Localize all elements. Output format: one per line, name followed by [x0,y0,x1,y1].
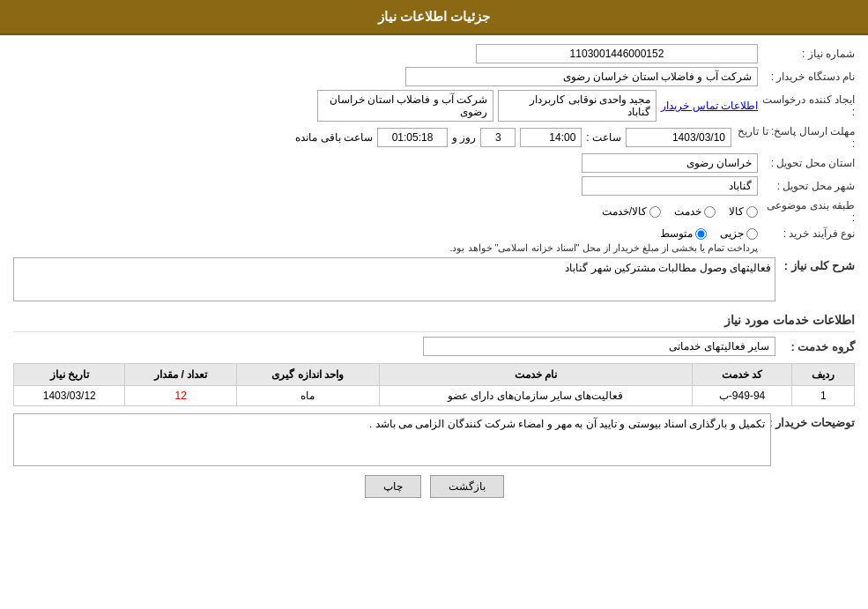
nam-dastgah-value: شرکت آب و فاضلاب استان خراسان رضوی [405,67,758,86]
nam-dastgah-value-container: شرکت آب و فاضلاب استان خراسان رضوی [13,67,758,86]
table-row: 1 949-94-ب فعالیت‌های سایر سازمان‌های دا… [14,386,855,406]
noe-farayand-row: نوع فرآیند خرید : جزیی متوسط پرداخت تمام… [13,227,855,254]
col-nam: نام خدمت [379,364,692,386]
noe-farayand-radio-group: جزیی متوسط [13,227,758,240]
noe-farayand-jozii-item: جزیی [720,227,758,240]
cell-nam: فعالیت‌های سایر سازمان‌های دارای عضو [379,386,692,406]
sharh-niaz-label: شرح کلی نیاز : [775,257,855,272]
khedamat-section-title: اطلاعات خدمات مورد نیاز [13,308,855,332]
tabaqe-khedmat-label: خدمت [674,205,701,218]
tabaqe-kala-khedmat-radio[interactable] [649,206,661,218]
shomare-niaz-row: شماره نیاز : 1103001446000152 [13,44,855,63]
ijad-konande-value-container: اطلاعات تماس خریدار مجید واحدی نوقابی کا… [13,90,758,122]
main-content: شماره نیاز : 1103001446000152 نام دستگاه… [0,35,868,516]
sharh-niaz-row: شرح کلی نیاز : فعالیتهای وصول مطالبات مش… [13,257,855,301]
page-container: جزئیات اطلاعات نیاز شماره نیاز : 1103001… [0,0,868,609]
cell-tarikh: 1403/03/12 [14,386,125,406]
col-radif: ردیف [792,364,855,386]
shomare-niaz-value-container: 1103001446000152 [13,44,758,63]
description-container: تکمیل و بارگذاری اسناد بیوستی و تایید آن… [13,413,771,466]
noe-farayand-note: پرداخت تمام یا بخشی از مبلغ خریدار از مح… [13,242,758,254]
col-tedad: تعداد / مقدار [125,364,236,386]
ijad-konande-org: شرکت آب و فاضلاب استان خراسان رضوی [317,90,493,122]
group-khedamat-label: گروه خدمت : [775,340,855,353]
shahr-row: شهر محل تحویل : گناباد [13,176,855,196]
col-kod: کد خدمت [692,364,792,386]
noe-farayand-jozii-label: جزیی [720,227,744,240]
page-title: جزئیات اطلاعات نیاز [378,9,490,24]
sharh-niaz-value: فعالیتهای وصول مطالبات مشترکین شهر گنابا… [13,257,775,301]
cell-radif: 1 [792,386,855,406]
tabaqe-radio-group: کالا خدمت کالا/خدمت [13,205,758,218]
ostan-row: استان محل تحویل : خراسان رضوی [13,153,855,173]
description-row: توضیحات خریدار : تکمیل و بارگذاری اسناد … [13,413,855,466]
shomare-niaz-value: 1103001446000152 [476,44,758,63]
col-vahed: واحد اندازه گیری [236,364,379,386]
tabaqe-khedmat-radio[interactable] [704,206,716,218]
tabaqe-kala-radio[interactable] [746,206,758,218]
col-tarikh: تاریخ نیاز [14,364,125,386]
tabaqe-kala-label: کالا [729,205,744,218]
mohlat-value-container: 1403/03/10 ساعت : 14:00 3 روز و 01:05:18… [13,128,731,147]
noe-farayand-motavasset-label: متوسط [660,227,693,240]
ostan-value-container: خراسان رضوی [13,153,758,173]
ijad-konande-row: ایجاد کننده درخواست : اطلاعات تماس خریدا… [13,90,855,122]
nam-dastgah-row: نام دستگاه خریدار : شرکت آب و فاضلاب است… [13,67,855,86]
mohlat-remaining-value: 01:05:18 [377,128,448,147]
shahr-value: گناباد [582,176,758,196]
services-table: ردیف کد خدمت نام خدمت واحد اندازه گیری ت… [13,363,855,406]
tabaqe-kala-khedmat-label: کالا/خدمت [602,205,647,218]
mohlat-date: 1403/03/10 [626,128,731,147]
ostan-value: خراسان رضوی [582,153,758,173]
cell-kod: 949-94-ب [692,386,792,406]
back-button[interactable]: بازگشت [430,475,504,498]
button-row: بازگشت چاپ [13,475,855,498]
mohlat-label: مهلت ارسال پاسخ: تا تاریخ : [731,125,855,150]
tabaqe-label: طبقه بندی موضوعی : [758,199,855,224]
ijad-konande-label: ایجاد کننده درخواست : [758,93,855,118]
tabaqe-kala-khedmat-item: کالا/خدمت [602,205,661,218]
noe-farayand-motavasset-item: متوسط [660,227,707,240]
noe-farayand-value-container: جزیی متوسط پرداخت تمام یا بخشی از مبلغ خ… [13,227,758,254]
nam-dastgah-label: نام دستگاه خریدار : [758,71,855,83]
noe-farayand-motavasset-radio[interactable] [695,228,707,240]
shahr-value-container: گناباد [13,176,758,196]
noe-farayand-label: نوع فرآیند خرید : [758,227,855,240]
ostan-label: استان محل تحویل : [758,157,855,169]
mohlat-row: مهلت ارسال پاسخ: تا تاریخ : 1403/03/10 س… [13,125,855,150]
mohlat-saat-label: ساعت : [586,131,621,144]
tabaqe-row: طبقه بندی موضوعی : کالا خدمت کالا/خدمت [13,199,855,224]
ijad-konande-value: مجید واحدی نوقابی کاربردار گناباد [498,90,657,122]
noe-farayand-jozii-radio[interactable] [746,228,758,240]
mohlat-roz-label: روز و [452,131,476,144]
tabaqe-kala-item: کالا [729,205,758,218]
tabaqe-value-container: کالا خدمت کالا/خدمت [13,205,758,218]
shomare-niaz-label: شماره نیاز : [758,48,855,60]
mohlat-roz-value: 3 [480,128,516,147]
tabaqe-khedmat-item: خدمت [674,205,716,218]
description-value: تکمیل و بارگذاری اسناد بیوستی و تایید آن… [13,413,771,466]
shahr-label: شهر محل تحویل : [758,180,855,192]
mohlat-saat: 14:00 [520,128,582,147]
description-label: توضیحات خریدار : [775,413,855,429]
page-header: جزئیات اطلاعات نیاز [0,0,868,35]
group-khedamat-row: گروه خدمت : سایر فعالیتهای خدماتی [13,337,855,356]
print-button[interactable]: چاپ [365,475,421,498]
ijad-konande-link[interactable]: اطلاعات تماس خریدار [661,100,758,112]
cell-vahed: ماه [236,386,379,406]
cell-tedad: 12 [125,386,236,406]
mohlat-remaining-label: ساعت باقی مانده [295,131,373,144]
group-khedamat-value: سایر فعالیتهای خدماتی [423,337,775,356]
